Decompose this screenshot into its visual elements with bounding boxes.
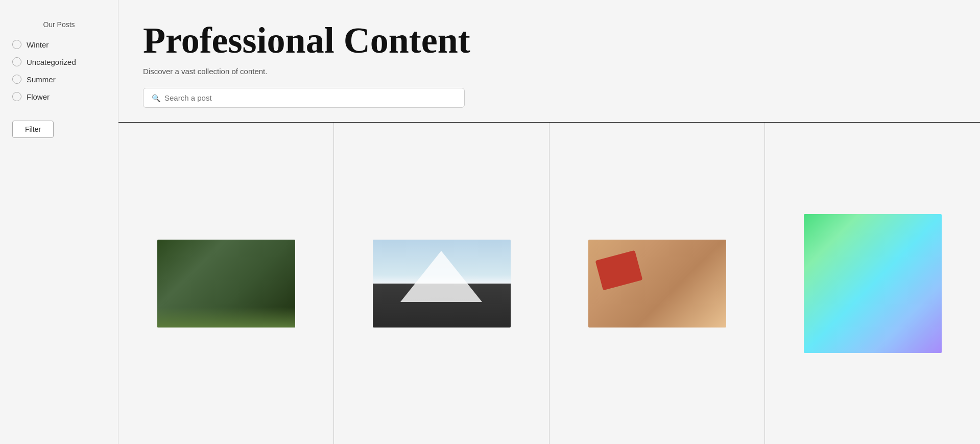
- sidebar-item-label-flower: Flower: [27, 92, 50, 101]
- radio-winter[interactable]: [12, 40, 21, 49]
- page-subtitle: Discover a vast collection of content.: [143, 67, 955, 76]
- sidebar-item-uncategorized[interactable]: Uncategorized: [12, 56, 106, 67]
- sidebar-item-summer[interactable]: Summer: [12, 74, 106, 85]
- page-title: Professional Content: [143, 20, 955, 61]
- image-mountain: [373, 240, 511, 328]
- sidebar-item-label-winter: Winter: [27, 40, 49, 49]
- image-forest: [157, 240, 295, 328]
- sidebar-item-label-uncategorized: Uncategorized: [27, 58, 76, 66]
- grid-column-3: [549, 123, 765, 444]
- image-gradient: [804, 214, 942, 353]
- sidebar: Our Posts Winter Uncategorized Summer Fl…: [0, 0, 118, 444]
- sidebar-item-flower[interactable]: Flower: [12, 91, 106, 102]
- sidebar-title: Our Posts: [12, 20, 106, 29]
- radio-flower[interactable]: [12, 92, 21, 101]
- content-grid: [118, 123, 980, 444]
- image-desk: [588, 240, 726, 328]
- search-input[interactable]: [164, 94, 456, 102]
- search-bar[interactable]: 🔍: [143, 88, 465, 108]
- filter-button[interactable]: Filter: [12, 121, 54, 138]
- search-icon: 🔍: [152, 94, 160, 102]
- header-section: Professional Content Discover a vast col…: [118, 0, 980, 123]
- grid-column-2: [334, 123, 549, 444]
- grid-column-1: [118, 123, 334, 444]
- grid-column-4: [765, 123, 980, 444]
- radio-uncategorized[interactable]: [12, 57, 21, 66]
- sidebar-item-label-summer: Summer: [27, 75, 56, 84]
- sidebar-item-winter[interactable]: Winter: [12, 39, 106, 50]
- radio-summer[interactable]: [12, 75, 21, 84]
- main-content: Professional Content Discover a vast col…: [118, 0, 980, 444]
